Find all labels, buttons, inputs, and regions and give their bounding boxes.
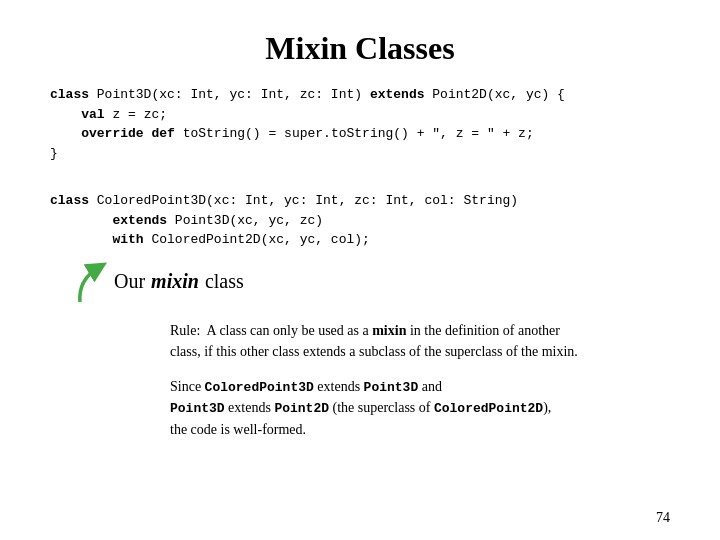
code-line-5: class ColoredPoint3D(xc: Int, yc: Int, z… bbox=[50, 191, 670, 211]
slide-title: Mixin Classes bbox=[50, 30, 670, 67]
code-line-6: extends Point3D(xc, yc, zc) bbox=[50, 211, 670, 231]
code-line-4: } bbox=[50, 144, 670, 164]
code-block-1: class Point3D(xc: Int, yc: Int, zc: Int)… bbox=[50, 85, 670, 163]
code-line-3: override def toString() = super.toString… bbox=[50, 124, 670, 144]
since-block: Since ColoredPoint3D extends Point3D and… bbox=[170, 376, 670, 440]
page-number: 74 bbox=[656, 510, 670, 526]
green-arrow-icon bbox=[70, 260, 108, 304]
code-line-1: class Point3D(xc: Int, yc: Int, zc: Int)… bbox=[50, 85, 670, 105]
code-line-2: val z = zc; bbox=[50, 105, 670, 125]
slide: Mixin Classes class Point3D(xc: Int, yc:… bbox=[0, 0, 720, 540]
rule-block: Rule: A class can only be used as a mixi… bbox=[170, 320, 670, 362]
code-block-2: class ColoredPoint3D(xc: Int, yc: Int, z… bbox=[50, 191, 670, 250]
code-line-7: with ColoredPoint2D(xc, yc, col); bbox=[50, 230, 670, 250]
our-mixin-label: Our mixin class bbox=[114, 270, 244, 293]
